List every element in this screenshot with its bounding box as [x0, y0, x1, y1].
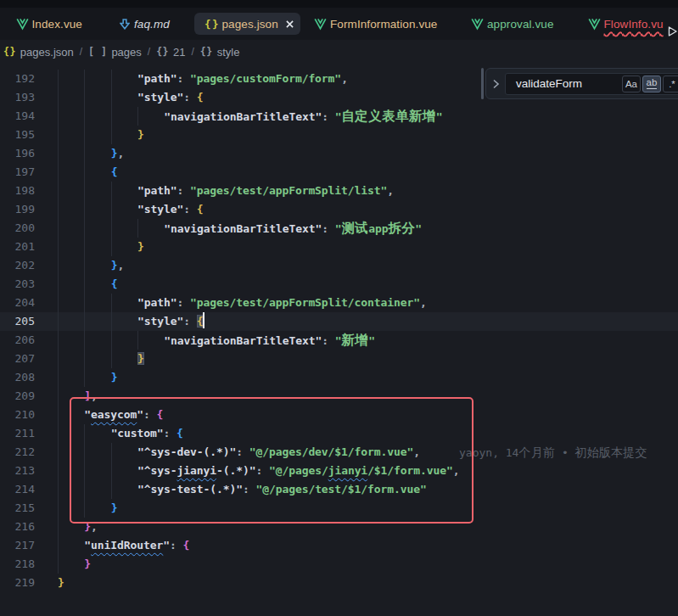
indent-guide: [58, 443, 59, 462]
breadcrumb-item-style[interactable]: {}style: [200, 46, 240, 59]
line-number: 194: [0, 107, 35, 126]
code-line-194[interactable]: 194"navigationBarTitleText": "自定义表单新增": [0, 107, 678, 126]
line-number: 198: [0, 182, 35, 200]
indent-guide: [111, 294, 112, 312]
code-editor[interactable]: 192"path": "pages/customForm/form",193"s…: [0, 64, 678, 616]
code-text: "path": "pages/test/appFormSplit/list",: [137, 182, 394, 200]
indent-guide: [84, 294, 85, 312]
code-line-210[interactable]: 210"easycom": {: [0, 406, 678, 424]
indent-guide: [84, 275, 85, 294]
code-line-207[interactable]: 207}: [0, 350, 678, 368]
find-toggle-replace-chevron-icon[interactable]: [486, 69, 505, 98]
code-line-196[interactable]: 196},: [0, 144, 678, 163]
tab-overflow-chevron-icon[interactable]: [667, 25, 678, 37]
indent-guide: [111, 107, 112, 126]
code-line-195[interactable]: 195}: [0, 126, 678, 144]
code-line-206[interactable]: 206"navigationBarTitleText": "新增": [0, 331, 678, 350]
line-number: 210: [0, 406, 35, 424]
tab-forminformation-vue[interactable]: FormInformation.vue: [302, 13, 442, 35]
code-text: "path": "pages/customForm/form",: [137, 70, 348, 88]
breadcrumb-item-21[interactable]: {}21: [156, 46, 185, 59]
indent-guide: [58, 462, 59, 480]
indent-guide: [111, 443, 112, 462]
indent-guide: [58, 182, 59, 200]
code-line-212[interactable]: 212"^sys-dev-(.*)": "@/pages/dev/$1/form…: [0, 443, 678, 462]
code-line-197[interactable]: 197{: [0, 163, 678, 182]
code-line-213[interactable]: 213"^sys-jianyi-(.*)": "@/pages/jianyi/$…: [0, 462, 678, 480]
indent-guide: [58, 350, 59, 368]
code-text: {: [111, 163, 118, 182]
line-number: 202: [0, 256, 35, 275]
find-option-match-case[interactable]: Aa: [622, 76, 641, 92]
indent-guide: [111, 331, 112, 350]
code-line-218[interactable]: 218}: [0, 555, 678, 574]
tab-pages-json[interactable]: {}pages.json: [194, 13, 300, 35]
code-line-216[interactable]: 216},: [0, 518, 678, 536]
line-number: 207: [0, 350, 35, 368]
tab-close-icon[interactable]: [285, 16, 295, 31]
indent-guide: [84, 350, 85, 368]
code-text: "uniIdRouter": {: [84, 536, 189, 555]
tab-faq-md[interactable]: faq.md: [106, 13, 175, 35]
code-line-208[interactable]: 208}: [0, 368, 678, 387]
tab-label: FormInformation.vue: [330, 18, 437, 31]
code-text: "navigationBarTitleText": "新增": [164, 331, 375, 350]
code-line-217[interactable]: 217"uniIdRouter": {: [0, 536, 678, 555]
indent-guide: [58, 518, 59, 536]
code-text: "custom": {: [111, 424, 183, 443]
indent-guide: [58, 256, 59, 275]
tab-approval-vue[interactable]: approval.vue: [459, 13, 559, 35]
code-line-219[interactable]: 219}: [0, 574, 678, 592]
code-text: }: [58, 574, 64, 592]
indent-guide: [137, 107, 138, 126]
breadcrumb-item-pages-json[interactable]: {}pages.json: [3, 46, 74, 59]
code-text: }: [137, 238, 144, 256]
breadcrumb-separator: /: [191, 46, 193, 58]
json-icon: {}: [206, 17, 219, 31]
indent-guide: [58, 536, 59, 555]
indent-guide: [84, 126, 85, 144]
breadcrumb-label: pages.json: [20, 46, 74, 59]
breadcrumb-label: pages: [111, 46, 141, 59]
code-line-211[interactable]: 211"custom": {: [0, 424, 678, 443]
tab-index-vue[interactable]: Index.vue: [4, 13, 87, 35]
line-number: 192: [0, 70, 35, 88]
code-line-203[interactable]: 203{: [0, 275, 678, 294]
breadcrumb-item-pages[interactable]: [ ]pages: [88, 46, 142, 59]
line-number: 216: [0, 518, 35, 536]
code-line-200[interactable]: 200"navigationBarTitleText": "测试app拆分": [0, 219, 678, 238]
line-number: 197: [0, 163, 35, 182]
indent-guide: [111, 312, 112, 331]
code-text: },: [84, 518, 98, 536]
indent-guide: [84, 331, 85, 350]
code-line-201[interactable]: 201}: [0, 238, 678, 256]
code-line-205[interactable]: 205"style": {: [0, 312, 678, 331]
line-number: 205: [0, 312, 35, 331]
code-text: "path": "pages/test/appFormSplit/contain…: [137, 294, 427, 312]
indent-guide: [58, 200, 59, 219]
code-text: "^sys-test-(.*)": "@/pages/test/$1/form.…: [137, 480, 427, 499]
code-line-215[interactable]: 215}: [0, 499, 678, 518]
indent-guide: [111, 182, 112, 200]
find-option-regex[interactable]: .*: [663, 76, 678, 92]
indent-guide: [58, 107, 59, 126]
code-line-204[interactable]: 204"path": "pages/test/appFormSplit/cont…: [0, 294, 678, 312]
breadcrumb-separator: /: [80, 46, 82, 58]
code-text: }: [137, 350, 144, 368]
indent-guide: [84, 368, 85, 387]
code-text: "^sys-jianyi-(.*)": "@/pages/jianyi/$1/f…: [137, 462, 460, 480]
code-line-214[interactable]: 214"^sys-test-(.*)": "@/pages/test/$1/fo…: [0, 480, 678, 499]
tab-label: faq.md: [134, 18, 170, 31]
find-input[interactable]: validateForm Aaab.*: [505, 73, 678, 95]
find-widget-sash[interactable]: [481, 68, 484, 99]
indent-guide: [58, 331, 59, 350]
code-line-199[interactable]: 199"style": {: [0, 200, 678, 219]
find-option-whole-word[interactable]: ab: [642, 76, 661, 92]
indent-guide: [58, 368, 59, 387]
indent-guide: [58, 238, 59, 256]
code-line-209[interactable]: 209],: [0, 387, 678, 406]
code-line-202[interactable]: 202},: [0, 256, 678, 275]
indent-guide: [84, 480, 85, 499]
code-line-198[interactable]: 198"path": "pages/test/appFormSplit/list…: [0, 182, 678, 200]
tab-flowinfo-vu[interactable]: FlowInfo.vu: [576, 13, 669, 35]
